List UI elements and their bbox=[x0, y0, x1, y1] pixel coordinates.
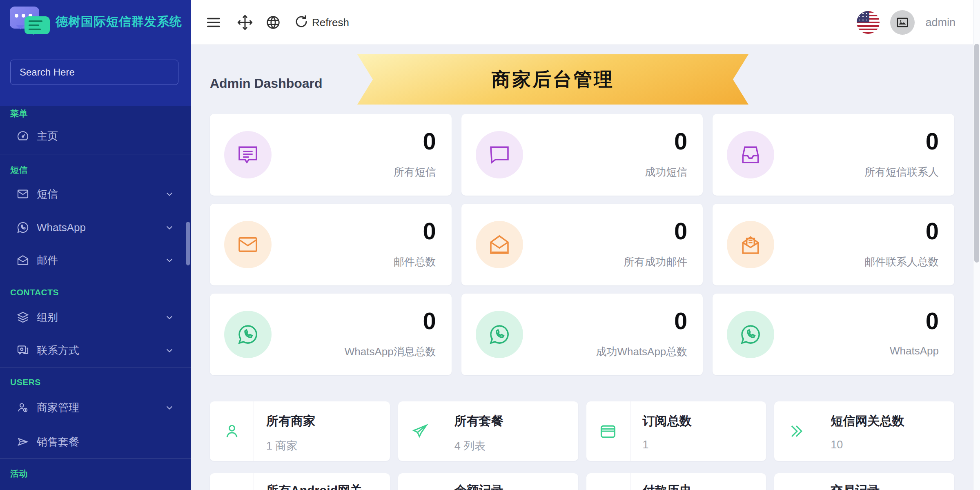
envelope-open-icon bbox=[476, 221, 523, 268]
app-logo[interactable]: 德树国际短信群发系统 bbox=[7, 4, 182, 39]
stat-label: 所有成功邮件 bbox=[624, 255, 687, 269]
language-us-flag-icon[interactable] bbox=[857, 11, 880, 34]
stat-card-all-sms-contacts: 0 所有短信联系人 bbox=[713, 114, 954, 196]
sidebar-item-whatsapp[interactable]: WhatsApp bbox=[0, 211, 191, 244]
search-input[interactable] bbox=[10, 60, 178, 85]
mini-card-sms-gateways: 短信网关总数 10 bbox=[774, 401, 954, 461]
sidebar-item-label: 组别 bbox=[37, 310, 58, 325]
arrows-move-icon[interactable] bbox=[237, 0, 253, 45]
divider bbox=[0, 458, 191, 459]
section-label-sms: 短信 bbox=[10, 164, 28, 176]
divider bbox=[0, 277, 191, 277]
section-label-activities: 活动 bbox=[10, 468, 28, 479]
avatar-image-icon bbox=[896, 16, 909, 29]
scrollbar-thumb[interactable] bbox=[974, 44, 979, 263]
chat-bubbles-logo-icon bbox=[7, 4, 50, 39]
mini-card-title: 交易记录 bbox=[831, 482, 880, 490]
username-label[interactable]: admin bbox=[925, 16, 956, 29]
mini-card-grid: 所有商家 1 商家 所有套餐 4 列表 订阅总数 1 bbox=[210, 401, 954, 490]
mini-card-value: 10 bbox=[831, 439, 904, 451]
stat-value: 0 bbox=[423, 219, 436, 243]
mini-card-android-gateways: 所有Android网关 bbox=[210, 473, 390, 490]
mini-card-all-packages: 所有套餐 4 列表 bbox=[398, 401, 578, 461]
globe-icon[interactable] bbox=[265, 0, 281, 45]
sidebar-item-label: WhatsApp bbox=[37, 221, 86, 234]
sidebar-item-label: 邮件 bbox=[37, 253, 58, 267]
stat-label: 邮件联系人总数 bbox=[864, 255, 939, 269]
stat-label: WhatsApp消息总数 bbox=[345, 345, 436, 359]
stat-value: 0 bbox=[926, 219, 939, 243]
mini-card-title: 余额记录 bbox=[454, 482, 503, 490]
chevron-double-right-icon bbox=[774, 401, 818, 461]
stat-card-whatsapp-total: 0 WhatsApp消息总数 bbox=[210, 294, 452, 375]
sidebar-item-sales-packages[interactable]: 销售套餐 bbox=[0, 425, 191, 458]
refresh-label: Refresh bbox=[312, 16, 349, 29]
stat-card-whatsapp-success: 0 成功WhatsApp总数 bbox=[461, 294, 703, 375]
sidebar: 德树国际短信群发系统 菜单 主页 短信 短信 WhatsApp 邮件 bbox=[0, 0, 191, 490]
credit-card-icon bbox=[586, 401, 630, 461]
sidebar-item-email[interactable]: 邮件 bbox=[0, 244, 191, 276]
sidebar-scrollbar-thumb[interactable] bbox=[186, 222, 190, 265]
sidebar-item-label: 销售套餐 bbox=[37, 435, 79, 449]
stat-value: 0 bbox=[423, 309, 436, 333]
stat-card-total-email: 0 邮件总数 bbox=[210, 204, 452, 285]
chat-text-icon bbox=[224, 131, 272, 178]
avatar[interactable] bbox=[890, 10, 915, 35]
section-label-menu: 菜单 bbox=[10, 108, 28, 119]
mini-card-payment-history: 付款历史 bbox=[586, 473, 766, 490]
mini-card-title: 所有Android网关 bbox=[266, 482, 362, 490]
page-title: Admin Dashboard bbox=[210, 76, 323, 91]
stat-label: 所有短信 bbox=[394, 165, 436, 179]
whatsapp-icon bbox=[16, 221, 29, 234]
refresh-button[interactable]: Refresh bbox=[294, 0, 349, 45]
stat-value: 0 bbox=[423, 129, 436, 153]
sidebar-item-label: 主页 bbox=[37, 129, 58, 143]
sidebar-item-label: 联系方式 bbox=[37, 343, 79, 358]
main-content: Admin Dashboard 商家后台管理 0 所有短信 0 成功短信 0 所… bbox=[191, 45, 980, 490]
whatsapp-icon bbox=[224, 311, 272, 358]
sidebar-item-sms[interactable]: 短信 bbox=[0, 178, 191, 210]
send-icon bbox=[16, 435, 29, 448]
mini-card-title: 所有商家 bbox=[266, 413, 315, 430]
mini-card-all-merchants: 所有商家 1 商家 bbox=[210, 401, 390, 461]
envelope-icon bbox=[224, 221, 272, 268]
stat-label: 邮件总数 bbox=[394, 255, 436, 269]
contact-card-icon bbox=[16, 344, 29, 357]
stat-label: WhatsApp bbox=[890, 345, 939, 357]
divider bbox=[0, 368, 191, 368]
mini-card-title: 订阅总数 bbox=[643, 413, 692, 430]
sidebar-search bbox=[10, 60, 178, 85]
sidebar-item-groups[interactable]: 组别 bbox=[0, 301, 191, 334]
sidebar-item-home[interactable]: 主页 bbox=[0, 120, 191, 152]
stat-value: 0 bbox=[674, 129, 687, 153]
app-title: 德树国际短信群发系统 bbox=[56, 13, 182, 30]
chevron-down-icon bbox=[165, 346, 174, 355]
merchant-admin-banner: 商家后台管理 bbox=[357, 54, 748, 105]
stat-card-success-sms: 0 成功短信 bbox=[461, 114, 703, 196]
chevron-down-icon bbox=[165, 223, 174, 232]
stat-card-all-sms: 0 所有短信 bbox=[210, 114, 452, 196]
inbox-icon bbox=[727, 131, 774, 178]
mini-card-title: 付款历史 bbox=[643, 482, 692, 490]
hamburger-icon[interactable] bbox=[206, 0, 221, 45]
mini-card-total-subscriptions: 订阅总数 1 bbox=[586, 401, 766, 461]
sidebar-item-merchants[interactable]: 商家管理 bbox=[0, 391, 191, 424]
balance-icon bbox=[398, 473, 442, 490]
divider bbox=[0, 154, 191, 154]
whatsapp-icon bbox=[476, 311, 523, 358]
mini-card-value: 4 列表 bbox=[454, 439, 503, 453]
whatsapp-icon bbox=[727, 311, 774, 358]
sidebar-item-contact-methods[interactable]: 联系方式 bbox=[0, 334, 191, 367]
mini-card-value: 1 商家 bbox=[266, 439, 315, 453]
mini-card-balance-records: 余额记录 bbox=[398, 473, 578, 490]
stat-value: 0 bbox=[926, 129, 939, 153]
chat-icon bbox=[476, 131, 523, 178]
stat-card-whatsapp: 0 WhatsApp bbox=[713, 294, 954, 375]
envelope-paper-icon bbox=[727, 221, 774, 268]
stat-label: 所有短信联系人 bbox=[864, 165, 939, 179]
stat-card-email-contacts: 0 邮件联系人总数 bbox=[713, 204, 954, 285]
sidebar-item-label: 短信 bbox=[37, 187, 58, 201]
window-scrollbar[interactable] bbox=[973, 0, 980, 490]
chevron-down-icon bbox=[165, 256, 174, 265]
section-label-users: USERS bbox=[10, 377, 41, 387]
